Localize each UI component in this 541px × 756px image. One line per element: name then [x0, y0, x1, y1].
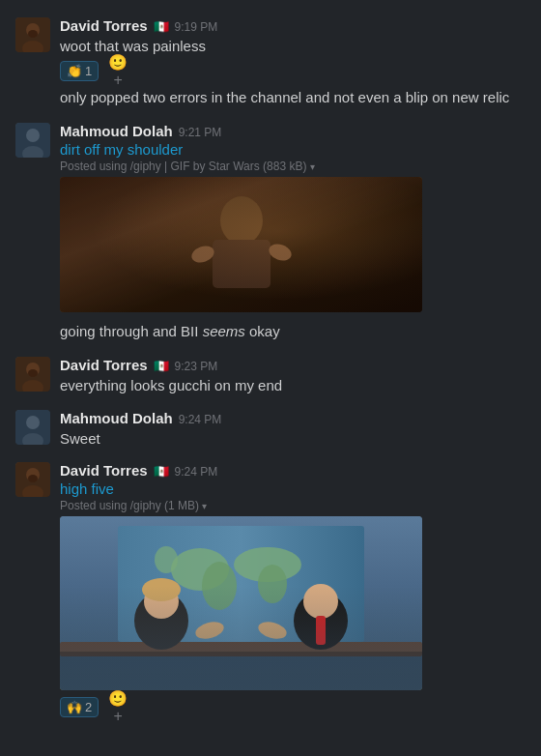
svg-point-5	[26, 129, 40, 142]
svg-point-10	[189, 243, 216, 265]
message-group-4: Mahmoud Dolah 9:24 PM Sweet	[0, 404, 541, 453]
message-header-1: David Torres 🇲🇽 9:19 PM	[60, 17, 526, 34]
svg-point-16	[28, 369, 38, 377]
svg-rect-7	[60, 177, 422, 312]
reaction-highfive-5[interactable]: 🙌 2	[60, 697, 99, 717]
giphy-link-5[interactable]: high five	[60, 480, 114, 497]
flag-david-1: 🇲🇽	[154, 19, 169, 34]
reaction-bar-1: 👏 1 🙂+	[60, 61, 526, 82]
svg-point-27	[202, 562, 237, 610]
giphy-arrow-5: ▾	[202, 501, 207, 511]
message-text-4: Sweet	[60, 428, 526, 450]
giphy-arrow-2: ▾	[310, 161, 315, 172]
avatar-david-1	[15, 17, 50, 52]
flag-david-3: 🇲🇽	[154, 359, 169, 373]
timestamp-3: 9:23 PM	[175, 360, 218, 373]
timestamp-5: 9:24 PM	[175, 465, 218, 479]
continuation-text-2: going through and BII seems okay	[60, 323, 280, 339]
reaction-emoji-5: 🙌	[67, 700, 82, 714]
continuation-1: only popped two errors in the channel an…	[0, 86, 541, 109]
gif-high-five	[60, 516, 422, 690]
svg-point-18	[26, 416, 40, 429]
username-david-1: David Torres	[60, 17, 148, 34]
message-header-4: Mahmoud Dolah 9:24 PM	[60, 410, 526, 426]
giphy-info-text-5: Posted using /giphy (1 MB)	[60, 499, 199, 512]
gif-container-5	[60, 516, 422, 690]
message-content-5: David Torres 🇲🇽 9:24 PM high five Posted…	[60, 462, 526, 717]
message-group-2: Mahmoud Dolah 9:21 PM dirt off my should…	[0, 117, 541, 316]
reaction-count-5: 2	[85, 700, 92, 714]
avatar-david-3	[15, 357, 50, 392]
reaction-count-1: 1	[85, 64, 92, 78]
message-content-4: Mahmoud Dolah 9:24 PM Sweet	[60, 410, 526, 450]
gif-container-2	[60, 177, 422, 312]
username-mahmoud-2: Mahmoud Dolah	[60, 123, 173, 139]
message-content-2: Mahmoud Dolah 9:21 PM dirt off my should…	[60, 123, 526, 312]
reaction-emoji-1: 👏	[67, 64, 82, 78]
username-david-5: David Torres	[60, 462, 148, 479]
message-header-3: David Torres 🇲🇽 9:23 PM	[60, 357, 526, 373]
svg-point-39	[256, 620, 288, 642]
star-wars-svg	[60, 177, 422, 312]
username-mahmoud-4: Mahmoud Dolah	[60, 410, 173, 426]
message-content-1: David Torres 🇲🇽 9:19 PM woot that was pa…	[60, 17, 526, 82]
svg-point-23	[28, 475, 38, 482]
svg-rect-31	[60, 642, 422, 656]
message-header-5: David Torres 🇲🇽 9:24 PM	[60, 462, 526, 479]
svg-point-34	[142, 578, 181, 601]
message-group-5: David Torres 🇲🇽 9:24 PM high five Posted…	[0, 456, 541, 721]
reaction-bar-5: 🙌 2 🙂+	[60, 696, 526, 717]
giphy-info-5: Posted using /giphy (1 MB) ▾	[60, 499, 526, 512]
message-header-2: Mahmoud Dolah 9:21 PM	[60, 123, 526, 139]
continuation-text-1: only popped two errors in the channel an…	[60, 89, 509, 105]
timestamp-2: 9:21 PM	[179, 126, 222, 139]
svg-point-33	[144, 584, 179, 619]
giphy-info-text-2: Posted using /giphy | GIF by Star Wars (…	[60, 160, 306, 173]
continuation-2: going through and BII seems okay	[0, 320, 541, 343]
high-five-svg	[60, 516, 422, 690]
message-content-3: David Torres 🇲🇽 9:23 PM everything looks…	[60, 357, 526, 396]
svg-point-8	[220, 196, 263, 245]
svg-point-29	[258, 565, 287, 603]
svg-rect-37	[316, 616, 326, 645]
svg-point-32	[134, 592, 188, 650]
svg-rect-12	[60, 177, 422, 312]
svg-point-11	[267, 241, 294, 263]
svg-rect-9	[213, 240, 270, 288]
svg-point-38	[193, 620, 225, 642]
add-reaction-icon-5: 🙂+	[104, 689, 131, 725]
reaction-clap-1[interactable]: 👏 1	[60, 61, 99, 81]
message-text-3: everything looks gucchi on my end	[60, 375, 526, 396]
avatar-mahmoud-4	[15, 410, 50, 445]
svg-rect-40	[60, 652, 422, 690]
add-reaction-button-5[interactable]: 🙂+	[104, 696, 131, 717]
svg-point-36	[303, 584, 338, 619]
add-reaction-icon-1: 🙂+	[104, 53, 131, 89]
avatar-mahmoud-2	[15, 123, 50, 158]
giphy-info-2: Posted using /giphy | GIF by Star Wars (…	[60, 160, 526, 173]
add-reaction-button-1[interactable]: 🙂+	[104, 61, 131, 82]
giphy-link-2[interactable]: dirt off my shoulder	[60, 141, 183, 158]
svg-point-30	[155, 546, 178, 573]
avatar-david-5	[15, 462, 50, 497]
message-group-3: David Torres 🇲🇽 9:23 PM everything looks…	[0, 351, 541, 400]
timestamp-4: 9:24 PM	[179, 413, 222, 426]
username-david-3: David Torres	[60, 357, 148, 373]
flag-david-5: 🇲🇽	[154, 464, 169, 479]
gif-star-wars	[60, 177, 422, 312]
timestamp-1: 9:19 PM	[175, 20, 218, 34]
svg-point-35	[294, 592, 348, 650]
message-group-1: David Torres 🇲🇽 9:19 PM woot that was pa…	[0, 12, 541, 86]
svg-point-3	[28, 30, 38, 38]
